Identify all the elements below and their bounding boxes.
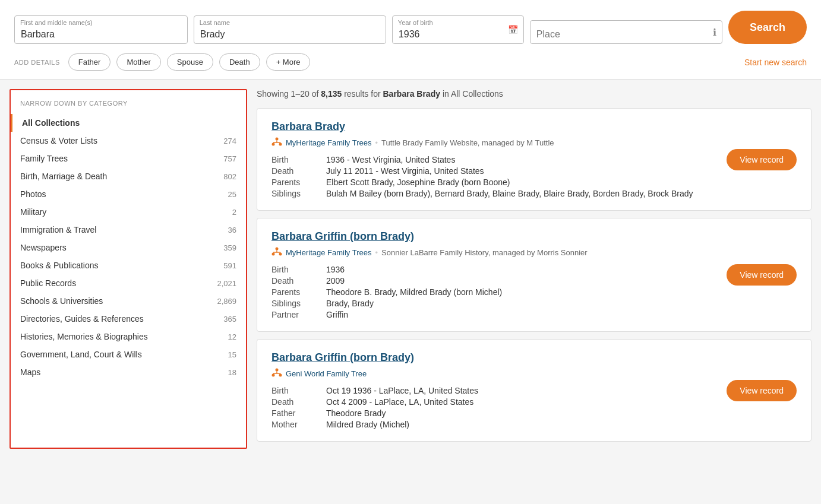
result-title[interactable]: Barbara Griffin (born Brady) [271,351,797,364]
sidebar-item[interactable]: Military2 [11,203,246,221]
view-record-button[interactable]: View record [727,380,797,401]
svg-point-8 [276,248,279,251]
sidebar-item[interactable]: Family Trees757 [11,150,246,167]
more-filter-button[interactable]: + More [266,53,311,71]
field-value: Theodore Brady [326,408,702,418]
source1-label[interactable]: MyHeritage Family Trees [286,138,371,147]
sidebar-item-count: 12 [228,332,236,341]
svg-point-17 [272,374,275,377]
sidebar-item-count: 274 [223,137,236,145]
sidebar-item-label: Directories, Guides & References [20,314,144,324]
family-tree-icon [271,367,282,380]
source-separator: • [375,248,378,257]
field-value: Griffin [326,310,702,319]
sidebar-item-label: Schools & Universities [20,296,103,306]
sidebar-item[interactable]: Maps18 [11,363,246,381]
sidebar-item[interactable]: Directories, Guides & References365 [11,310,246,328]
svg-point-16 [276,369,279,372]
sidebar-item-count: 591 [223,261,236,270]
father-filter-button[interactable]: Father [68,53,111,71]
sidebar-item-label: Photos [20,189,46,199]
field-label: Birth [271,265,319,274]
sidebar-item-label: Military [20,207,46,217]
result-fields: BirthOct 19 1936 - LaPlace, LA, United S… [271,386,797,429]
sidebar-item-label: Public Records [20,278,76,288]
sidebar-item[interactable]: Newspapers359 [11,239,246,256]
result-title[interactable]: Barbara Griffin (born Brady) [271,230,797,243]
results-summary: Showing 1–20 of 8,135 results for Barbar… [257,89,811,99]
svg-point-1 [272,143,275,146]
sidebar-item-count: 2,869 [217,297,236,306]
place-input[interactable] [530,20,722,44]
source-separator: • [375,138,378,147]
result-source: MyHeritage Family Trees •Tuttle Brady Fa… [271,137,797,149]
sidebar-item-count: 36 [228,226,236,234]
field-value: Mildred Brady (Michel) [326,420,702,429]
sidebar-item[interactable]: Immigration & Travel36 [11,221,246,239]
field-label: Parents [271,177,319,187]
field-value: Elbert Scott Brady, Josephine Brady (bor… [326,177,702,187]
search-button[interactable]: Search [728,11,807,44]
field-label: Mother [271,420,319,429]
sidebar-item-count: 2 [232,208,236,217]
result-card: Barbara Griffin (born Brady) MyHeritage … [257,218,811,332]
result-fields: Birth1936 - West Virginia, United States… [271,155,797,198]
view-record-button[interactable]: View record [727,264,797,286]
sidebar-item[interactable]: Books & Publications591 [11,256,246,274]
svg-point-10 [279,253,282,256]
field-label: Partner [271,310,319,319]
field-value: Brady, Brady [326,299,702,308]
field-label: Death [271,276,319,286]
first-name-label: First and middle name(s) [20,19,93,26]
sidebar-item-count: 15 [228,350,236,359]
mother-filter-button[interactable]: Mother [116,53,160,71]
field-value: 1936 - West Virginia, United States [326,155,702,164]
field-label: Siblings [271,189,319,198]
view-record-button[interactable]: View record [727,149,797,170]
sidebar-item[interactable]: Photos25 [11,185,246,203]
sidebar-item-count: 757 [223,154,236,163]
result-fields: Birth1936Death2009ParentsTheodore B. Bra… [271,265,797,319]
sidebar-item[interactable]: Census & Voter Lists274 [11,132,246,150]
death-filter-button[interactable]: Death [219,53,260,71]
source1-label[interactable]: Geni World Family Tree [286,369,367,378]
sidebar-item[interactable]: Schools & Universities2,869 [11,292,246,310]
field-value: Oct 19 1936 - LaPlace, LA, United States [326,386,702,395]
info-icon: ℹ [713,27,716,38]
spouse-filter-button[interactable]: Spouse [167,53,213,71]
source2-label: Tuttle Brady Family Website, managed by … [381,138,554,147]
sidebar-item-count: 802 [223,172,236,181]
field-value: July 11 2011 - West Virginia, United Sta… [326,166,702,176]
field-value: 1936 [326,265,702,274]
sidebar-item-count: 365 [223,315,236,324]
result-title[interactable]: Barbara Brady [271,121,797,133]
sidebar-item-label: Books & Publications [20,261,99,270]
sidebar-item-label: Maps [20,367,40,377]
add-details-label: ADD DETAILS [14,59,60,66]
sidebar-title: NARROW DOWN BY CATEGORY [11,100,246,114]
field-label: Birth [271,155,319,164]
sidebar-item-label: Census & Voter Lists [20,136,97,145]
result-card: Barbara Brady MyHeritage Family Trees [257,108,811,211]
sidebar-item-label: Government, Land, Court & Wills [20,350,142,359]
sidebar-item[interactable]: Histories, Memories & Biographies12 [11,328,246,345]
result-source: MyHeritage Family Trees •Sonnier LaBarre… [271,246,797,259]
field-label: Siblings [271,299,319,308]
sidebar-item-label: Family Trees [20,154,68,163]
field-label: Death [271,166,319,176]
sidebar-item[interactable]: Government, Land, Court & Wills15 [11,345,246,363]
family-tree-icon [271,246,282,259]
field-label: Father [271,408,319,418]
family-tree-icon [271,137,282,149]
results-area: Showing 1–20 of 8,135 results for Barbar… [247,80,821,458]
start-new-search-link[interactable]: Start new search [744,58,807,67]
sidebar-item[interactable]: Birth, Marriage & Death802 [11,167,246,185]
sidebar-item-count: 25 [228,190,236,199]
sidebar-item-label: Birth, Marriage & Death [20,172,107,181]
sidebar-item-count: 359 [223,243,236,252]
source1-label[interactable]: MyHeritage Family Trees [286,248,371,257]
sidebar-item[interactable]: All Collections [11,114,246,132]
sidebar-item[interactable]: Public Records2,021 [11,274,246,292]
last-name-label: Last name [200,19,230,26]
field-value: 2009 [326,276,702,286]
